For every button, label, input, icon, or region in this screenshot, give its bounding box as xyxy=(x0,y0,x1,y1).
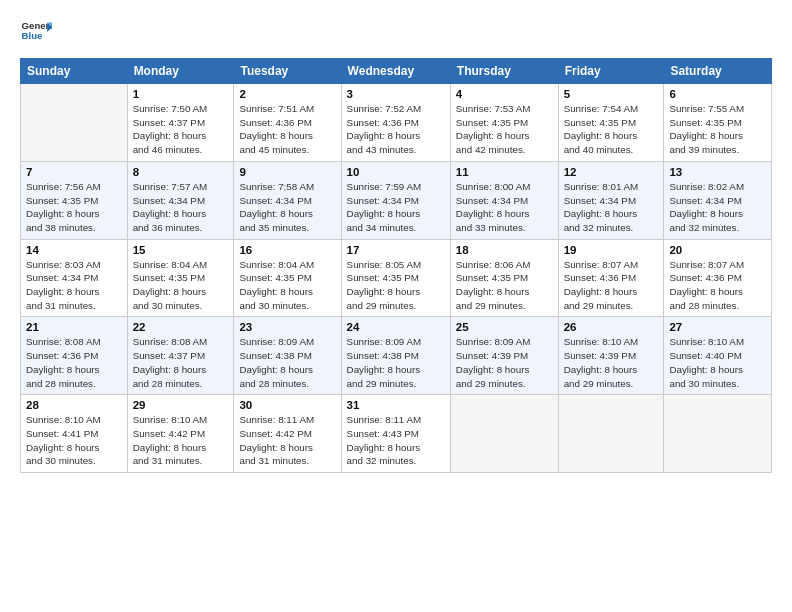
day-info: Sunrise: 7:52 AM Sunset: 4:36 PM Dayligh… xyxy=(347,102,445,157)
day-number: 14 xyxy=(26,244,122,256)
day-cell: 25Sunrise: 8:09 AM Sunset: 4:39 PM Dayli… xyxy=(450,317,558,395)
day-cell: 9Sunrise: 7:58 AM Sunset: 4:34 PM Daylig… xyxy=(234,161,341,239)
day-info: Sunrise: 8:09 AM Sunset: 4:38 PM Dayligh… xyxy=(347,335,445,390)
day-info: Sunrise: 8:01 AM Sunset: 4:34 PM Dayligh… xyxy=(564,180,659,235)
day-info: Sunrise: 8:11 AM Sunset: 4:43 PM Dayligh… xyxy=(347,413,445,468)
day-cell: 26Sunrise: 8:10 AM Sunset: 4:39 PM Dayli… xyxy=(558,317,664,395)
day-info: Sunrise: 8:09 AM Sunset: 4:38 PM Dayligh… xyxy=(239,335,335,390)
header: General Blue xyxy=(20,16,772,48)
day-number: 27 xyxy=(669,321,766,333)
day-cell: 21Sunrise: 8:08 AM Sunset: 4:36 PM Dayli… xyxy=(21,317,128,395)
day-number: 5 xyxy=(564,88,659,100)
day-info: Sunrise: 8:08 AM Sunset: 4:36 PM Dayligh… xyxy=(26,335,122,390)
day-number: 1 xyxy=(133,88,229,100)
day-info: Sunrise: 8:09 AM Sunset: 4:39 PM Dayligh… xyxy=(456,335,553,390)
day-cell: 8Sunrise: 7:57 AM Sunset: 4:34 PM Daylig… xyxy=(127,161,234,239)
header-cell-monday: Monday xyxy=(127,59,234,84)
day-cell: 20Sunrise: 8:07 AM Sunset: 4:36 PM Dayli… xyxy=(664,239,772,317)
header-row: SundayMondayTuesdayWednesdayThursdayFrid… xyxy=(21,59,772,84)
day-number: 7 xyxy=(26,166,122,178)
day-cell: 12Sunrise: 8:01 AM Sunset: 4:34 PM Dayli… xyxy=(558,161,664,239)
day-info: Sunrise: 8:08 AM Sunset: 4:37 PM Dayligh… xyxy=(133,335,229,390)
logo: General Blue xyxy=(20,16,52,48)
day-number: 3 xyxy=(347,88,445,100)
day-info: Sunrise: 7:53 AM Sunset: 4:35 PM Dayligh… xyxy=(456,102,553,157)
day-info: Sunrise: 8:04 AM Sunset: 4:35 PM Dayligh… xyxy=(239,258,335,313)
day-cell: 24Sunrise: 8:09 AM Sunset: 4:38 PM Dayli… xyxy=(341,317,450,395)
day-cell: 15Sunrise: 8:04 AM Sunset: 4:35 PM Dayli… xyxy=(127,239,234,317)
day-number: 13 xyxy=(669,166,766,178)
page: General Blue SundayMondayTuesdayWednesda… xyxy=(0,0,792,612)
day-cell xyxy=(21,84,128,162)
day-number: 26 xyxy=(564,321,659,333)
day-number: 2 xyxy=(239,88,335,100)
day-number: 20 xyxy=(669,244,766,256)
day-number: 29 xyxy=(133,399,229,411)
day-number: 10 xyxy=(347,166,445,178)
day-cell xyxy=(450,395,558,473)
week-row-3: 14Sunrise: 8:03 AM Sunset: 4:34 PM Dayli… xyxy=(21,239,772,317)
day-info: Sunrise: 8:10 AM Sunset: 4:42 PM Dayligh… xyxy=(133,413,229,468)
day-number: 30 xyxy=(239,399,335,411)
header-cell-wednesday: Wednesday xyxy=(341,59,450,84)
day-cell: 28Sunrise: 8:10 AM Sunset: 4:41 PM Dayli… xyxy=(21,395,128,473)
day-cell: 11Sunrise: 8:00 AM Sunset: 4:34 PM Dayli… xyxy=(450,161,558,239)
calendar-table: SundayMondayTuesdayWednesdayThursdayFrid… xyxy=(20,58,772,473)
day-info: Sunrise: 8:05 AM Sunset: 4:35 PM Dayligh… xyxy=(347,258,445,313)
day-cell: 4Sunrise: 7:53 AM Sunset: 4:35 PM Daylig… xyxy=(450,84,558,162)
day-number: 17 xyxy=(347,244,445,256)
day-number: 8 xyxy=(133,166,229,178)
day-info: Sunrise: 8:10 AM Sunset: 4:39 PM Dayligh… xyxy=(564,335,659,390)
day-info: Sunrise: 8:04 AM Sunset: 4:35 PM Dayligh… xyxy=(133,258,229,313)
day-cell: 31Sunrise: 8:11 AM Sunset: 4:43 PM Dayli… xyxy=(341,395,450,473)
day-info: Sunrise: 7:57 AM Sunset: 4:34 PM Dayligh… xyxy=(133,180,229,235)
week-row-2: 7Sunrise: 7:56 AM Sunset: 4:35 PM Daylig… xyxy=(21,161,772,239)
header-cell-friday: Friday xyxy=(558,59,664,84)
day-cell xyxy=(664,395,772,473)
day-number: 11 xyxy=(456,166,553,178)
day-cell: 18Sunrise: 8:06 AM Sunset: 4:35 PM Dayli… xyxy=(450,239,558,317)
day-number: 21 xyxy=(26,321,122,333)
day-info: Sunrise: 8:00 AM Sunset: 4:34 PM Dayligh… xyxy=(456,180,553,235)
day-number: 12 xyxy=(564,166,659,178)
day-cell: 27Sunrise: 8:10 AM Sunset: 4:40 PM Dayli… xyxy=(664,317,772,395)
week-row-5: 28Sunrise: 8:10 AM Sunset: 4:41 PM Dayli… xyxy=(21,395,772,473)
day-cell xyxy=(558,395,664,473)
svg-text:Blue: Blue xyxy=(22,30,43,41)
day-number: 25 xyxy=(456,321,553,333)
day-info: Sunrise: 8:07 AM Sunset: 4:36 PM Dayligh… xyxy=(564,258,659,313)
day-info: Sunrise: 7:54 AM Sunset: 4:35 PM Dayligh… xyxy=(564,102,659,157)
day-number: 15 xyxy=(133,244,229,256)
day-cell: 19Sunrise: 8:07 AM Sunset: 4:36 PM Dayli… xyxy=(558,239,664,317)
day-info: Sunrise: 7:50 AM Sunset: 4:37 PM Dayligh… xyxy=(133,102,229,157)
day-number: 24 xyxy=(347,321,445,333)
header-cell-tuesday: Tuesday xyxy=(234,59,341,84)
day-cell: 13Sunrise: 8:02 AM Sunset: 4:34 PM Dayli… xyxy=(664,161,772,239)
day-cell: 16Sunrise: 8:04 AM Sunset: 4:35 PM Dayli… xyxy=(234,239,341,317)
day-cell: 6Sunrise: 7:55 AM Sunset: 4:35 PM Daylig… xyxy=(664,84,772,162)
day-info: Sunrise: 7:59 AM Sunset: 4:34 PM Dayligh… xyxy=(347,180,445,235)
day-cell: 2Sunrise: 7:51 AM Sunset: 4:36 PM Daylig… xyxy=(234,84,341,162)
day-info: Sunrise: 8:02 AM Sunset: 4:34 PM Dayligh… xyxy=(669,180,766,235)
day-cell: 22Sunrise: 8:08 AM Sunset: 4:37 PM Dayli… xyxy=(127,317,234,395)
day-number: 31 xyxy=(347,399,445,411)
day-info: Sunrise: 8:10 AM Sunset: 4:40 PM Dayligh… xyxy=(669,335,766,390)
day-number: 19 xyxy=(564,244,659,256)
day-cell: 5Sunrise: 7:54 AM Sunset: 4:35 PM Daylig… xyxy=(558,84,664,162)
day-number: 22 xyxy=(133,321,229,333)
day-cell: 30Sunrise: 8:11 AM Sunset: 4:42 PM Dayli… xyxy=(234,395,341,473)
day-info: Sunrise: 8:10 AM Sunset: 4:41 PM Dayligh… xyxy=(26,413,122,468)
day-info: Sunrise: 7:58 AM Sunset: 4:34 PM Dayligh… xyxy=(239,180,335,235)
header-cell-sunday: Sunday xyxy=(21,59,128,84)
day-cell: 17Sunrise: 8:05 AM Sunset: 4:35 PM Dayli… xyxy=(341,239,450,317)
day-cell: 10Sunrise: 7:59 AM Sunset: 4:34 PM Dayli… xyxy=(341,161,450,239)
day-info: Sunrise: 8:07 AM Sunset: 4:36 PM Dayligh… xyxy=(669,258,766,313)
day-info: Sunrise: 8:03 AM Sunset: 4:34 PM Dayligh… xyxy=(26,258,122,313)
day-number: 4 xyxy=(456,88,553,100)
week-row-4: 21Sunrise: 8:08 AM Sunset: 4:36 PM Dayli… xyxy=(21,317,772,395)
day-info: Sunrise: 7:51 AM Sunset: 4:36 PM Dayligh… xyxy=(239,102,335,157)
header-cell-thursday: Thursday xyxy=(450,59,558,84)
day-info: Sunrise: 8:11 AM Sunset: 4:42 PM Dayligh… xyxy=(239,413,335,468)
logo-icon: General Blue xyxy=(20,16,52,48)
day-info: Sunrise: 8:06 AM Sunset: 4:35 PM Dayligh… xyxy=(456,258,553,313)
